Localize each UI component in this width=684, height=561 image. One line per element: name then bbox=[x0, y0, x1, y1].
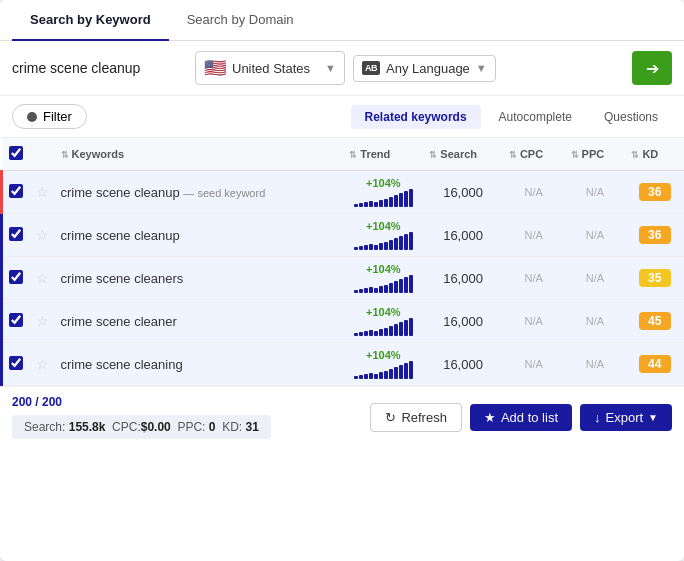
kd-cell: 44 bbox=[625, 343, 684, 386]
tab-questions[interactable]: Questions bbox=[590, 105, 672, 129]
stat-ppc: 0 bbox=[209, 420, 216, 434]
add-to-list-label: Add to list bbox=[501, 410, 558, 425]
country-chevron-icon: ▼ bbox=[325, 62, 336, 74]
keyword-input[interactable] bbox=[12, 60, 187, 76]
result-count: 200 / 200 bbox=[12, 395, 271, 409]
col-search[interactable]: ⇅ Search bbox=[423, 138, 503, 171]
table-row: ☆crime scene cleaner+104%16,000N/AN/A45 bbox=[2, 300, 685, 343]
export-label: Export bbox=[606, 410, 644, 425]
row-checkbox-cell bbox=[2, 343, 30, 386]
refresh-label: Refresh bbox=[401, 410, 447, 425]
table-row: ☆crime scene cleanup — seed keyword+104%… bbox=[2, 171, 685, 214]
row-checkbox-cell bbox=[2, 214, 30, 257]
row-checkbox-cell bbox=[2, 257, 30, 300]
table-row: ☆crime scene cleanup+104%16,000N/AN/A36 bbox=[2, 214, 685, 257]
row-checkbox[interactable] bbox=[9, 313, 23, 327]
keyword-cell: crime scene cleanup bbox=[55, 214, 344, 257]
trend-cell: +104% bbox=[343, 214, 423, 257]
filter-button[interactable]: Filter bbox=[12, 104, 87, 129]
star-icon[interactable]: ☆ bbox=[30, 257, 55, 300]
language-icon: AB bbox=[362, 61, 380, 75]
tab-related-keywords[interactable]: Related keywords bbox=[351, 105, 481, 129]
keyword-cell: crime scene cleaner bbox=[55, 300, 344, 343]
trend-cell: +104% bbox=[343, 257, 423, 300]
search-volume-cell: 16,000 bbox=[423, 343, 503, 386]
cpc-cell: N/A bbox=[503, 214, 565, 257]
stat-cpc: $0.00 bbox=[141, 420, 171, 434]
kd-cell: 36 bbox=[625, 171, 684, 214]
ppc-cell: N/A bbox=[565, 214, 626, 257]
row-checkbox[interactable] bbox=[9, 227, 23, 241]
cpc-cell: N/A bbox=[503, 343, 565, 386]
trend-cell: +104% bbox=[343, 300, 423, 343]
star-icon[interactable]: ☆ bbox=[30, 214, 55, 257]
search-bar: 🇺🇸 United States ▼ AB Any Language ▼ ➔ bbox=[0, 41, 684, 96]
keyword-cell: crime scene cleaners bbox=[55, 257, 344, 300]
export-icon: ↓ bbox=[594, 410, 601, 425]
row-checkbox[interactable] bbox=[9, 356, 23, 370]
tab-search-by-domain[interactable]: Search by Domain bbox=[169, 0, 312, 41]
ppc-cell: N/A bbox=[565, 300, 626, 343]
country-select[interactable]: 🇺🇸 United States ▼ bbox=[195, 51, 345, 85]
keyword-tab-bar: Related keywords Autocomplete Questions bbox=[351, 105, 672, 129]
search-volume-cell: 16,000 bbox=[423, 257, 503, 300]
tab-bar: Search by Keyword Search by Domain bbox=[0, 0, 684, 41]
refresh-button[interactable]: ↻ Refresh bbox=[370, 403, 462, 432]
export-button[interactable]: ↓ Export ▼ bbox=[580, 404, 672, 431]
flag-icon: 🇺🇸 bbox=[204, 57, 226, 79]
col-cpc[interactable]: ⇅ CPC bbox=[503, 138, 565, 171]
results-table-wrapper: ⇅ Keywords ⇅ Trend ⇅ Search ⇅ CPC ⇅ PPC bbox=[0, 138, 684, 386]
filter-label: Filter bbox=[43, 109, 72, 124]
star-icon[interactable]: ☆ bbox=[30, 300, 55, 343]
tab-autocomplete[interactable]: Autocomplete bbox=[485, 105, 586, 129]
language-select[interactable]: AB Any Language ▼ bbox=[353, 55, 496, 82]
star-icon[interactable]: ☆ bbox=[30, 171, 55, 214]
kd-cell: 35 bbox=[625, 257, 684, 300]
search-button[interactable]: ➔ bbox=[632, 51, 672, 85]
table-row: ☆crime scene cleaning+104%16,000N/AN/A44 bbox=[2, 343, 685, 386]
footer-stats: Search: 155.8k CPC:$0.00 PPC: 0 KD: 31 bbox=[12, 415, 271, 439]
col-trend[interactable]: ⇅ Trend bbox=[343, 138, 423, 171]
cpc-cell: N/A bbox=[503, 257, 565, 300]
col-ppc[interactable]: ⇅ PPC bbox=[565, 138, 626, 171]
stat-search: 155.8k bbox=[69, 420, 106, 434]
search-volume-cell: 16,000 bbox=[423, 171, 503, 214]
row-checkbox-cell bbox=[2, 171, 30, 214]
table-footer: 200 / 200 Search: 155.8k CPC:$0.00 PPC: … bbox=[0, 386, 684, 447]
results-table: ⇅ Keywords ⇅ Trend ⇅ Search ⇅ CPC ⇅ PPC bbox=[0, 138, 684, 386]
table-row: ☆crime scene cleaners+104%16,000N/AN/A35 bbox=[2, 257, 685, 300]
search-volume-cell: 16,000 bbox=[423, 214, 503, 257]
filter-row: Filter Related keywords Autocomplete Que… bbox=[0, 96, 684, 138]
star-icon: ★ bbox=[484, 410, 496, 425]
footer-actions: ↻ Refresh ★ Add to list ↓ Export ▼ bbox=[370, 403, 672, 432]
col-keywords[interactable]: ⇅ Keywords bbox=[55, 138, 344, 171]
filter-dot-icon bbox=[27, 112, 37, 122]
ppc-cell: N/A bbox=[565, 343, 626, 386]
trend-cell: +104% bbox=[343, 343, 423, 386]
col-kd[interactable]: ⇅ KD bbox=[625, 138, 684, 171]
export-caret-icon: ▼ bbox=[648, 412, 658, 423]
tab-search-by-keyword[interactable]: Search by Keyword bbox=[12, 0, 169, 41]
ppc-cell: N/A bbox=[565, 171, 626, 214]
row-checkbox[interactable] bbox=[9, 184, 23, 198]
ppc-cell: N/A bbox=[565, 257, 626, 300]
language-chevron-icon: ▼ bbox=[476, 62, 487, 74]
search-volume-cell: 16,000 bbox=[423, 300, 503, 343]
row-checkbox-cell bbox=[2, 300, 30, 343]
keyword-cell: crime scene cleanup — seed keyword bbox=[55, 171, 344, 214]
kd-cell: 36 bbox=[625, 214, 684, 257]
select-all-header[interactable] bbox=[2, 138, 30, 171]
keyword-cell: crime scene cleaning bbox=[55, 343, 344, 386]
select-all-checkbox[interactable] bbox=[9, 146, 23, 160]
kd-cell: 45 bbox=[625, 300, 684, 343]
add-to-list-button[interactable]: ★ Add to list bbox=[470, 404, 572, 431]
country-label: United States bbox=[232, 61, 310, 76]
stat-kd: 31 bbox=[246, 420, 259, 434]
star-icon[interactable]: ☆ bbox=[30, 343, 55, 386]
cpc-cell: N/A bbox=[503, 300, 565, 343]
cpc-cell: N/A bbox=[503, 171, 565, 214]
refresh-icon: ↻ bbox=[385, 410, 396, 425]
language-label: Any Language bbox=[386, 61, 470, 76]
trend-cell: +104% bbox=[343, 171, 423, 214]
row-checkbox[interactable] bbox=[9, 270, 23, 284]
